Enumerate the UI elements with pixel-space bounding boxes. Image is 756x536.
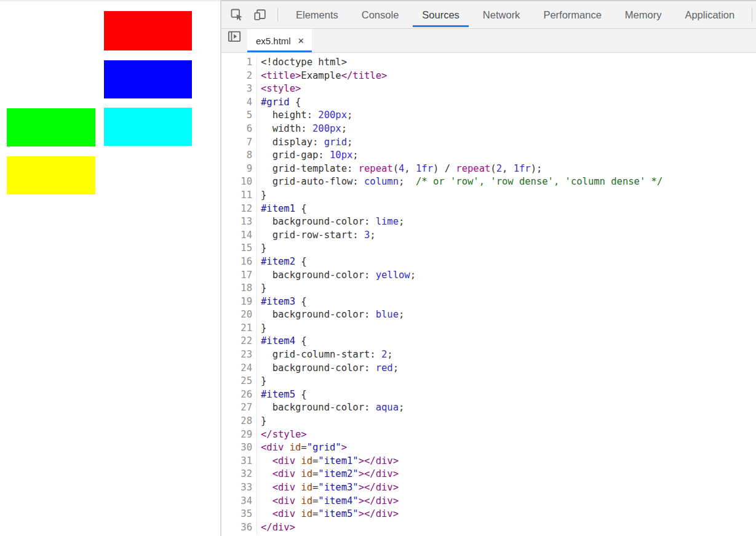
line-number[interactable]: 27 xyxy=(221,401,257,415)
code-line: 31 <div id="item1"></div> xyxy=(221,455,756,468)
line-number[interactable]: 14 xyxy=(221,229,257,242)
tab-memory[interactable]: Memory xyxy=(613,1,674,28)
line-number[interactable]: 15 xyxy=(221,242,257,255)
code-text[interactable]: grid-auto-flow: column; /* or 'row', 'ro… xyxy=(257,175,756,189)
tab-console[interactable]: Console xyxy=(350,1,411,28)
code-text[interactable]: grid-column-start: 2; xyxy=(257,348,756,362)
code-text[interactable]: background-color: blue; xyxy=(257,308,756,322)
line-number[interactable]: 13 xyxy=(221,215,257,229)
line-number[interactable]: 4 xyxy=(221,96,257,110)
code-text[interactable]: #item1 { xyxy=(257,202,756,216)
code-text[interactable]: <div id="item2"></div> xyxy=(257,468,756,481)
line-number[interactable]: 31 xyxy=(221,455,257,468)
code-text[interactable]: grid-row-start: 3; xyxy=(257,229,756,242)
line-number[interactable]: 32 xyxy=(221,468,257,481)
device-toolbar-icon xyxy=(253,8,267,22)
code-text[interactable]: background-color: aqua; xyxy=(257,401,756,415)
code-text[interactable]: <title>Example</title> xyxy=(257,70,756,83)
tab-performance[interactable]: Performance xyxy=(531,1,613,28)
code-text[interactable]: display: grid; xyxy=(257,136,756,150)
line-number[interactable]: 9 xyxy=(221,162,257,176)
code-text[interactable]: } xyxy=(257,322,756,335)
tab-application[interactable]: Application xyxy=(673,1,746,28)
code-text[interactable]: #item5 { xyxy=(257,388,756,402)
code-text[interactable]: } xyxy=(257,282,756,295)
grid-item-item1-lime xyxy=(7,108,95,146)
line-number[interactable]: 26 xyxy=(221,388,257,402)
code-text[interactable]: </div> xyxy=(257,521,756,535)
code-text[interactable]: } xyxy=(257,189,756,202)
line-number[interactable]: 34 xyxy=(221,495,257,508)
code-text[interactable]: </style> xyxy=(257,428,756,442)
line-number[interactable]: 21 xyxy=(221,322,257,335)
code-text[interactable]: } xyxy=(257,242,756,255)
line-number[interactable]: 1 xyxy=(221,56,257,70)
code-text[interactable]: <div id="item1"></div> xyxy=(257,455,756,468)
line-number[interactable]: 20 xyxy=(221,308,257,322)
code-text[interactable]: <div id="item5"></div> xyxy=(257,508,756,521)
line-number[interactable]: 16 xyxy=(221,255,257,269)
code-text[interactable]: height: 200px; xyxy=(257,109,756,122)
line-number[interactable]: 35 xyxy=(221,508,257,521)
code-text[interactable]: #item4 { xyxy=(257,335,756,348)
device-toolbar-button[interactable] xyxy=(253,7,268,22)
code-text[interactable]: #grid { xyxy=(257,96,756,110)
code-text[interactable]: <div id="grid"> xyxy=(257,441,756,455)
line-number[interactable]: 2 xyxy=(221,70,257,83)
file-tab-ex5-html[interactable]: ex5.html ✕ xyxy=(247,29,312,52)
code-line: 23 grid-column-start: 2; xyxy=(221,348,756,362)
tab-network[interactable]: Network xyxy=(471,1,532,28)
line-number[interactable]: 7 xyxy=(221,136,257,150)
line-number[interactable]: 11 xyxy=(221,189,257,202)
line-number[interactable]: 29 xyxy=(221,428,257,442)
close-icon[interactable]: ✕ xyxy=(298,37,304,45)
file-tab-active-underline xyxy=(247,50,312,52)
code-line: 29</style> xyxy=(221,428,756,442)
line-number[interactable]: 10 xyxy=(221,175,257,189)
code-lines: 1<!doctype html>2<title>Example</title>3… xyxy=(221,53,756,534)
line-number[interactable]: 8 xyxy=(221,149,257,162)
line-number[interactable]: 3 xyxy=(221,82,257,96)
code-text[interactable]: grid-template: repeat(4, 1fr) / repeat(2… xyxy=(257,162,756,176)
code-line: 11} xyxy=(221,189,756,202)
browser-window: ElementsConsoleSourcesNetworkPerformance… xyxy=(0,0,756,536)
line-number[interactable]: 5 xyxy=(221,109,257,122)
code-text[interactable]: background-color: lime; xyxy=(257,215,756,229)
tab-elements[interactable]: Elements xyxy=(284,1,350,28)
code-text[interactable]: background-color: red; xyxy=(257,362,756,375)
code-text[interactable]: #item3 { xyxy=(257,295,756,309)
line-number[interactable]: 30 xyxy=(221,441,257,455)
line-number[interactable]: 18 xyxy=(221,282,257,295)
code-text[interactable]: <style> xyxy=(257,82,756,96)
code-line: 15} xyxy=(221,242,756,255)
code-line: 25} xyxy=(221,375,756,388)
line-number[interactable]: 33 xyxy=(221,481,257,495)
line-number[interactable]: 24 xyxy=(221,362,257,375)
line-number[interactable]: 6 xyxy=(221,122,257,136)
inspect-element-button[interactable] xyxy=(229,7,244,22)
line-number[interactable]: 22 xyxy=(221,335,257,348)
code-text[interactable]: grid-gap: 10px; xyxy=(257,149,756,162)
line-number[interactable]: 28 xyxy=(221,415,257,428)
code-text[interactable]: #item2 { xyxy=(257,255,756,269)
code-text[interactable]: <!doctype html> xyxy=(257,56,756,70)
code-text[interactable]: background-color: yellow; xyxy=(257,269,756,282)
code-text[interactable]: <div id="item4"></div> xyxy=(257,495,756,508)
line-number[interactable]: 36 xyxy=(221,521,257,535)
code-text[interactable]: width: 200px; xyxy=(257,122,756,136)
code-text[interactable]: } xyxy=(257,415,756,428)
code-line: 2<title>Example</title> xyxy=(221,70,756,83)
line-number[interactable]: 17 xyxy=(221,269,257,282)
tab-sources[interactable]: Sources xyxy=(410,1,471,28)
code-text[interactable]: } xyxy=(257,375,756,388)
toolbar-separator xyxy=(277,8,278,22)
code-line: 10 grid-auto-flow: column; /* or 'row', … xyxy=(221,175,756,189)
code-text[interactable]: <div id="item3"></div> xyxy=(257,481,756,495)
line-number[interactable]: 25 xyxy=(221,375,257,388)
line-number[interactable]: 19 xyxy=(221,295,257,309)
line-number[interactable]: 23 xyxy=(221,348,257,362)
line-number[interactable]: 12 xyxy=(221,202,257,216)
navigator-toggle-button[interactable] xyxy=(221,29,247,44)
code-line: 26#item5 { xyxy=(221,388,756,402)
code-line: 22#item4 { xyxy=(221,335,756,348)
